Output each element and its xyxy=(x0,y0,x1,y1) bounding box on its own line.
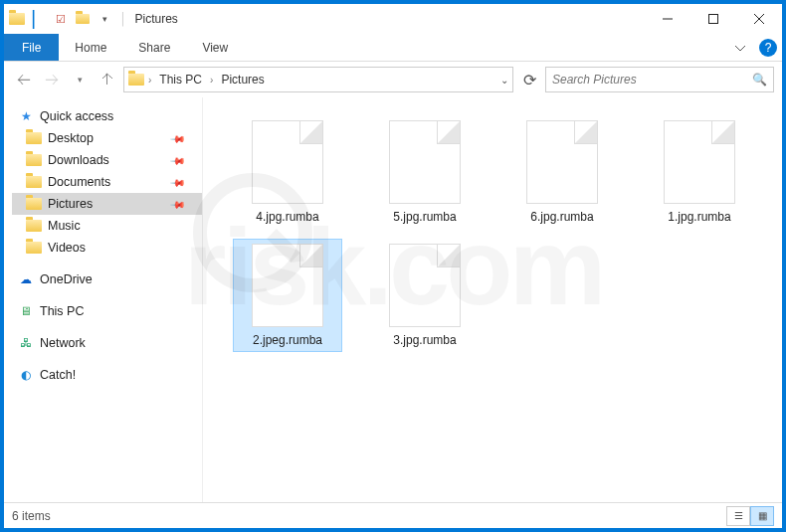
window-title: Pictures xyxy=(135,12,178,26)
sidebar-this-pc[interactable]: 🖥 This PC xyxy=(12,300,202,322)
folder-icon xyxy=(26,130,42,146)
sidebar-label: Quick access xyxy=(40,109,113,123)
breadcrumb-pictures[interactable]: Pictures xyxy=(217,71,268,89)
file-thumbnail-icon xyxy=(389,120,461,204)
sidebar-item-label: Catch! xyxy=(40,368,76,382)
minimize-button[interactable] xyxy=(645,4,690,34)
network-icon: 🖧 xyxy=(18,335,34,351)
navigation-bar: 🡠 🡢 ▾ 🡡 › This PC › Pictures ⌄ ⟳ 🔍 xyxy=(4,62,782,97)
forward-button[interactable]: 🡢 xyxy=(40,68,64,91)
file-tab[interactable]: File xyxy=(4,34,59,61)
back-button[interactable]: 🡠 xyxy=(12,68,36,91)
folder-icon xyxy=(26,196,42,212)
folder-icon xyxy=(26,240,42,256)
file-item[interactable]: 3.jpg.rumba xyxy=(370,239,480,352)
file-name-label: 3.jpg.rumba xyxy=(393,333,456,347)
sidebar-item-music[interactable]: Music xyxy=(12,215,202,237)
sidebar-item-label: Pictures xyxy=(48,197,93,211)
sidebar-onedrive[interactable]: ☁ OneDrive xyxy=(12,268,202,290)
sidebar-item-documents[interactable]: Documents 📌 xyxy=(12,171,202,193)
file-list[interactable]: 4.jpg.rumba5.jpg.rumba6.jpg.rumba1.jpg.r… xyxy=(203,97,782,502)
quick-access-icon: ★ xyxy=(18,108,34,124)
sidebar-item-label: Downloads xyxy=(48,153,109,167)
title-divider: │ xyxy=(119,12,127,26)
file-thumbnail-icon xyxy=(389,244,461,327)
location-folder-icon xyxy=(128,72,144,88)
file-item[interactable]: 6.jpg.rumba xyxy=(507,115,617,229)
search-icon: 🔍 xyxy=(752,73,767,87)
sidebar-item-label: Network xyxy=(40,336,86,350)
address-bar[interactable]: › This PC › Pictures ⌄ xyxy=(123,67,513,92)
sidebar-item-label: Desktop xyxy=(48,131,94,145)
search-box[interactable]: 🔍 xyxy=(545,67,774,92)
tab-home[interactable]: Home xyxy=(59,34,122,61)
sidebar-item-label: Videos xyxy=(48,241,86,255)
folder-icon xyxy=(26,152,42,168)
file-item[interactable]: 1.jpg.rumba xyxy=(645,115,754,229)
file-name-label: 6.jpg.rumba xyxy=(530,210,593,224)
search-input[interactable] xyxy=(552,73,752,87)
pin-icon: 📌 xyxy=(170,174,186,190)
file-item[interactable]: 2.jpeg.rumba xyxy=(233,239,342,352)
file-name-label: 5.jpg.rumba xyxy=(393,210,456,224)
file-thumbnail-icon xyxy=(526,120,598,204)
pin-icon: 📌 xyxy=(170,130,186,146)
up-button[interactable]: 🡡 xyxy=(96,68,119,91)
pin-icon: 📌 xyxy=(170,196,186,212)
help-icon: ? xyxy=(759,39,777,57)
qat-newfolder-icon[interactable] xyxy=(74,10,92,28)
sidebar-quick-access[interactable]: ★ Quick access xyxy=(12,105,202,127)
recent-locations-button[interactable]: ▾ xyxy=(68,68,92,91)
close-button[interactable] xyxy=(736,4,782,34)
qat-separator: ▏ xyxy=(30,10,48,28)
file-item[interactable]: 5.jpg.rumba xyxy=(370,115,480,229)
file-thumbnail-icon xyxy=(252,120,323,204)
sidebar-item-downloads[interactable]: Downloads 📌 xyxy=(12,149,202,171)
help-button[interactable]: ? xyxy=(754,34,782,61)
file-name-label: 4.jpg.rumba xyxy=(256,210,318,224)
sidebar-item-label: This PC xyxy=(40,304,84,318)
folder-icon xyxy=(26,174,42,190)
catch-icon: ◐ xyxy=(18,367,34,383)
chevron-right-icon[interactable]: › xyxy=(148,75,151,86)
sidebar-item-desktop[interactable]: Desktop 📌 xyxy=(12,127,202,149)
qat-properties-icon[interactable]: ☑ xyxy=(52,10,70,28)
explorer-icon xyxy=(8,10,26,28)
file-name-label: 1.jpg.rumba xyxy=(668,210,730,224)
pin-icon: 📌 xyxy=(170,152,186,168)
ribbon: File Home Share View ? xyxy=(4,34,782,62)
file-item[interactable]: 4.jpg.rumba xyxy=(233,115,342,229)
this-pc-icon: 🖥 xyxy=(18,303,34,319)
breadcrumb-this-pc[interactable]: This PC xyxy=(155,71,206,89)
view-large-icons-button[interactable]: ▦ xyxy=(750,506,774,526)
sidebar-network[interactable]: 🖧 Network xyxy=(12,332,202,354)
sidebar-item-videos[interactable]: Videos xyxy=(12,237,202,259)
sidebar-item-pictures[interactable]: Pictures 📌 xyxy=(12,193,202,215)
sidebar-catch[interactable]: ◐ Catch! xyxy=(12,364,202,386)
refresh-button[interactable]: ⟳ xyxy=(517,68,541,91)
folder-icon xyxy=(26,218,42,234)
sidebar-item-label: OneDrive xyxy=(40,272,93,286)
tab-view[interactable]: View xyxy=(186,34,244,61)
expand-ribbon-button[interactable] xyxy=(726,34,754,61)
titlebar: ▏ ☑ ▾ │ Pictures xyxy=(4,4,782,34)
svg-rect-1 xyxy=(709,15,718,24)
view-details-button[interactable]: ☰ xyxy=(726,506,750,526)
file-thumbnail-icon xyxy=(252,244,323,327)
sidebar-item-label: Documents xyxy=(48,175,110,189)
status-text: 6 items xyxy=(12,509,51,523)
file-name-label: 2.jpeg.rumba xyxy=(253,333,322,347)
address-dropdown-button[interactable]: ⌄ xyxy=(500,75,508,86)
status-bar: 6 items ☰ ▦ xyxy=(4,502,782,528)
file-thumbnail-icon xyxy=(664,120,735,204)
onedrive-icon: ☁ xyxy=(18,271,34,287)
tab-share[interactable]: Share xyxy=(122,34,186,61)
nav-pane: ★ Quick access Desktop 📌 Downloads 📌 Doc… xyxy=(4,97,203,502)
maximize-button[interactable] xyxy=(690,4,736,34)
sidebar-item-label: Music xyxy=(48,219,81,233)
qat-dropdown-icon[interactable]: ▾ xyxy=(96,10,113,28)
chevron-right-icon[interactable]: › xyxy=(210,75,213,86)
